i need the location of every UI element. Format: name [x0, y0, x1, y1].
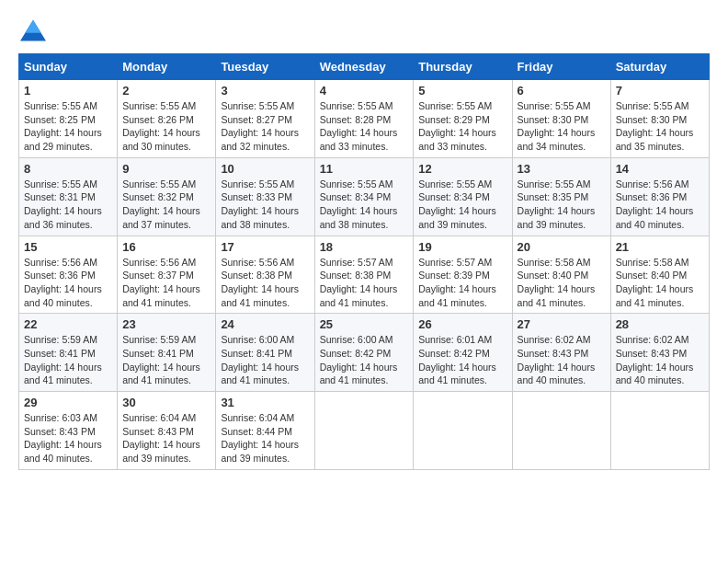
- day-info: Sunrise: 5:55 AMSunset: 8:29 PMDaylight:…: [418, 99, 506, 154]
- table-row: 6Sunrise: 5:55 AMSunset: 8:30 PMDaylight…: [512, 80, 610, 158]
- svg-marker-1: [25, 20, 41, 33]
- day-info: Sunrise: 5:55 AMSunset: 8:28 PMDaylight:…: [320, 99, 409, 154]
- table-row: 25Sunrise: 6:00 AMSunset: 8:42 PMDayligh…: [314, 314, 414, 392]
- day-number: 28: [616, 317, 704, 331]
- day-info: Sunrise: 5:56 AMSunset: 8:37 PMDaylight:…: [122, 256, 210, 310]
- day-number: 21: [616, 240, 704, 254]
- day-info: Sunrise: 5:57 AMSunset: 8:38 PMDaylight:…: [320, 256, 409, 310]
- day-info: Sunrise: 6:02 AMSunset: 8:43 PMDaylight:…: [518, 333, 606, 387]
- day-number: 24: [221, 317, 309, 331]
- day-number: 7: [616, 84, 704, 98]
- day-number: 31: [221, 396, 309, 409]
- day-number: 3: [221, 84, 309, 98]
- logo-icon: [18, 18, 48, 44]
- table-row: 11Sunrise: 5:55 AMSunset: 8:34 PMDayligh…: [314, 157, 414, 236]
- table-row: 31Sunrise: 6:04 AMSunset: 8:44 PMDayligh…: [216, 392, 314, 470]
- day-info: Sunrise: 5:55 AMSunset: 8:34 PMDaylight:…: [320, 178, 409, 232]
- day-number: 20: [518, 240, 606, 254]
- day-number: 16: [122, 240, 210, 254]
- table-row: 5Sunrise: 5:55 AMSunset: 8:29 PMDaylight…: [414, 80, 512, 158]
- table-row: [414, 392, 512, 470]
- table-row: 23Sunrise: 5:59 AMSunset: 8:41 PMDayligh…: [118, 314, 216, 392]
- day-number: 13: [518, 162, 606, 176]
- day-info: Sunrise: 6:00 AMSunset: 8:41 PMDaylight:…: [221, 333, 309, 387]
- day-number: 11: [320, 162, 409, 176]
- calendar-table: SundayMondayTuesdayWednesdayThursdayFrid…: [18, 53, 710, 470]
- col-header-thursday: Thursday: [414, 54, 512, 80]
- day-number: 1: [24, 84, 112, 98]
- table-row: 22Sunrise: 5:59 AMSunset: 8:41 PMDayligh…: [19, 314, 118, 392]
- table-row: 8Sunrise: 5:55 AMSunset: 8:31 PMDaylight…: [19, 157, 118, 236]
- day-info: Sunrise: 5:55 AMSunset: 8:33 PMDaylight:…: [221, 178, 309, 232]
- day-number: 15: [24, 240, 112, 254]
- day-number: 2: [122, 84, 210, 98]
- day-info: Sunrise: 5:57 AMSunset: 8:39 PMDaylight:…: [418, 256, 506, 310]
- table-row: 27Sunrise: 6:02 AMSunset: 8:43 PMDayligh…: [512, 314, 610, 392]
- table-row: 15Sunrise: 5:56 AMSunset: 8:36 PMDayligh…: [19, 236, 118, 314]
- col-header-friday: Friday: [512, 54, 610, 80]
- calendar-header-row: SundayMondayTuesdayWednesdayThursdayFrid…: [19, 54, 710, 80]
- day-number: 12: [418, 162, 506, 176]
- table-row: 28Sunrise: 6:02 AMSunset: 8:43 PMDayligh…: [610, 314, 709, 392]
- calendar-week-2: 8Sunrise: 5:55 AMSunset: 8:31 PMDaylight…: [19, 157, 710, 236]
- table-row: 9Sunrise: 5:55 AMSunset: 8:32 PMDaylight…: [118, 157, 216, 236]
- day-info: Sunrise: 5:55 AMSunset: 8:27 PMDaylight:…: [221, 99, 309, 154]
- table-row: 20Sunrise: 5:58 AMSunset: 8:40 PMDayligh…: [512, 236, 610, 314]
- day-number: 5: [418, 84, 506, 98]
- calendar-week-1: 1Sunrise: 5:55 AMSunset: 8:25 PMDaylight…: [19, 80, 710, 158]
- day-number: 10: [221, 162, 309, 176]
- col-header-sunday: Sunday: [19, 54, 118, 80]
- day-number: 19: [418, 240, 506, 254]
- day-info: Sunrise: 5:56 AMSunset: 8:36 PMDaylight:…: [24, 256, 112, 310]
- table-row: 2Sunrise: 5:55 AMSunset: 8:26 PMDaylight…: [118, 80, 216, 158]
- day-info: Sunrise: 5:55 AMSunset: 8:26 PMDaylight:…: [122, 99, 210, 154]
- day-info: Sunrise: 5:55 AMSunset: 8:25 PMDaylight:…: [24, 99, 112, 154]
- day-info: Sunrise: 5:55 AMSunset: 8:34 PMDaylight:…: [418, 178, 506, 232]
- day-info: Sunrise: 5:55 AMSunset: 8:30 PMDaylight:…: [518, 99, 606, 154]
- table-row: 19Sunrise: 5:57 AMSunset: 8:39 PMDayligh…: [414, 236, 512, 314]
- table-row: 21Sunrise: 5:58 AMSunset: 8:40 PMDayligh…: [610, 236, 709, 314]
- logo: [18, 18, 51, 44]
- table-row: 29Sunrise: 6:03 AMSunset: 8:43 PMDayligh…: [19, 392, 118, 470]
- day-number: 22: [24, 317, 112, 331]
- day-info: Sunrise: 5:55 AMSunset: 8:32 PMDaylight:…: [122, 178, 210, 232]
- table-row: 12Sunrise: 5:55 AMSunset: 8:34 PMDayligh…: [414, 157, 512, 236]
- table-row: 26Sunrise: 6:01 AMSunset: 8:42 PMDayligh…: [414, 314, 512, 392]
- day-number: 30: [122, 396, 210, 409]
- day-info: Sunrise: 5:56 AMSunset: 8:38 PMDaylight:…: [221, 256, 309, 310]
- day-info: Sunrise: 6:01 AMSunset: 8:42 PMDaylight:…: [418, 333, 506, 387]
- day-info: Sunrise: 5:55 AMSunset: 8:30 PMDaylight:…: [616, 99, 704, 154]
- calendar-week-4: 22Sunrise: 5:59 AMSunset: 8:41 PMDayligh…: [19, 314, 710, 392]
- calendar-week-3: 15Sunrise: 5:56 AMSunset: 8:36 PMDayligh…: [19, 236, 710, 314]
- day-info: Sunrise: 6:03 AMSunset: 8:43 PMDaylight:…: [24, 411, 112, 465]
- col-header-wednesday: Wednesday: [314, 54, 414, 80]
- table-row: 30Sunrise: 6:04 AMSunset: 8:43 PMDayligh…: [118, 392, 216, 470]
- table-row: 16Sunrise: 5:56 AMSunset: 8:37 PMDayligh…: [118, 236, 216, 314]
- day-info: Sunrise: 5:56 AMSunset: 8:36 PMDaylight:…: [616, 178, 704, 232]
- day-info: Sunrise: 5:58 AMSunset: 8:40 PMDaylight:…: [616, 256, 704, 310]
- day-info: Sunrise: 6:02 AMSunset: 8:43 PMDaylight:…: [616, 333, 704, 387]
- col-header-saturday: Saturday: [610, 54, 709, 80]
- day-number: 6: [518, 84, 606, 98]
- col-header-tuesday: Tuesday: [216, 54, 314, 80]
- day-info: Sunrise: 6:00 AMSunset: 8:42 PMDaylight:…: [320, 333, 409, 387]
- table-row: 17Sunrise: 5:56 AMSunset: 8:38 PMDayligh…: [216, 236, 314, 314]
- day-number: 18: [320, 240, 409, 254]
- table-row: 18Sunrise: 5:57 AMSunset: 8:38 PMDayligh…: [314, 236, 414, 314]
- day-info: Sunrise: 5:58 AMSunset: 8:40 PMDaylight:…: [518, 256, 606, 310]
- table-row: 4Sunrise: 5:55 AMSunset: 8:28 PMDaylight…: [314, 80, 414, 158]
- day-number: 27: [518, 317, 606, 331]
- day-info: Sunrise: 6:04 AMSunset: 8:44 PMDaylight:…: [221, 411, 309, 465]
- day-number: 26: [418, 317, 506, 331]
- day-info: Sunrise: 5:55 AMSunset: 8:31 PMDaylight:…: [24, 178, 112, 232]
- table-row: 24Sunrise: 6:00 AMSunset: 8:41 PMDayligh…: [216, 314, 314, 392]
- day-number: 4: [320, 84, 409, 98]
- day-info: Sunrise: 5:59 AMSunset: 8:41 PMDaylight:…: [122, 333, 210, 387]
- day-number: 14: [616, 162, 704, 176]
- col-header-monday: Monday: [118, 54, 216, 80]
- table-row: 13Sunrise: 5:55 AMSunset: 8:35 PMDayligh…: [512, 157, 610, 236]
- day-number: 23: [122, 317, 210, 331]
- calendar-week-5: 29Sunrise: 6:03 AMSunset: 8:43 PMDayligh…: [19, 392, 710, 470]
- day-number: 25: [320, 317, 409, 331]
- day-number: 9: [122, 162, 210, 176]
